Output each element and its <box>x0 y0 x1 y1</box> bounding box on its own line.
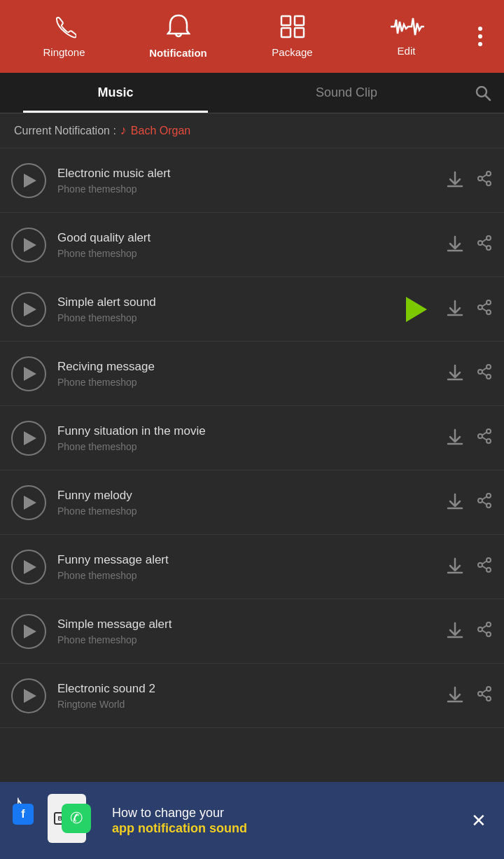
download-button[interactable] <box>445 491 465 514</box>
svg-line-9 <box>482 174 486 177</box>
song-title: Electronic music alert <box>57 167 434 181</box>
song-item: Good quality alert Phone themeshop <box>0 213 504 277</box>
svg-line-15 <box>482 244 486 246</box>
song-title: Electronic sound 2 <box>57 682 434 696</box>
package-icon <box>280 15 305 42</box>
song-info: Funny melody Phone themeshop <box>46 489 445 517</box>
svg-point-31 <box>486 494 491 498</box>
ad-line1: How to change your <box>112 805 455 821</box>
tab-soundclip[interactable]: Sound Clip <box>231 73 462 113</box>
song-item: Reciving message Phone themeshop <box>0 342 504 406</box>
download-button[interactable] <box>445 427 465 449</box>
download-button[interactable] <box>445 169 465 192</box>
play-button[interactable] <box>11 163 46 198</box>
download-button[interactable] <box>445 620 465 643</box>
song-actions <box>445 427 493 449</box>
share-button[interactable] <box>476 557 493 578</box>
share-button[interactable] <box>476 428 493 449</box>
tab-music[interactable]: Music <box>0 73 231 113</box>
download-button[interactable] <box>445 363 465 385</box>
svg-line-34 <box>482 496 486 499</box>
notification-name: Bach Organ <box>131 125 190 137</box>
svg-line-24 <box>482 368 486 370</box>
phone-icon <box>52 15 76 42</box>
nav-label-ringtone: Ringtone <box>43 46 85 58</box>
download-button[interactable] <box>445 298 465 321</box>
play-button[interactable] <box>11 614 46 649</box>
svg-point-48 <box>486 697 491 701</box>
song-item: Simple message alert Phone themeshop <box>0 599 504 664</box>
share-button[interactable] <box>476 621 493 642</box>
play-button[interactable] <box>11 421 46 456</box>
song-actions <box>445 298 493 321</box>
svg-point-43 <box>486 632 491 636</box>
svg-line-20 <box>482 308 486 311</box>
song-info: Good quality alert Phone themeshop <box>46 231 445 259</box>
svg-line-19 <box>482 303 486 306</box>
song-title: Simple alert sound <box>57 295 434 309</box>
song-info: Simple alert sound Phone themeshop <box>46 295 445 323</box>
svg-point-27 <box>478 434 482 438</box>
nav-item-edit[interactable]: Edit <box>349 0 463 73</box>
svg-line-14 <box>482 239 486 242</box>
bell-icon <box>167 14 190 43</box>
song-author: Phone themeshop <box>57 377 434 388</box>
svg-line-25 <box>482 372 486 375</box>
nav-item-package[interactable]: Package <box>235 0 349 73</box>
svg-point-41 <box>486 622 491 627</box>
play-button[interactable] <box>11 485 46 520</box>
share-button[interactable] <box>476 685 493 706</box>
svg-line-45 <box>482 630 486 633</box>
three-dots-icon <box>478 27 482 46</box>
download-button[interactable] <box>445 556 465 578</box>
svg-point-6 <box>486 172 491 176</box>
song-author: Ringtone World <box>57 699 434 710</box>
song-actions <box>445 234 493 256</box>
nav-item-notification[interactable]: Notification <box>121 0 235 73</box>
download-button[interactable] <box>445 234 465 256</box>
song-list: Electronic music alert Phone themeshop <box>0 148 504 728</box>
tab-bar: Music Sound Clip <box>0 73 504 113</box>
svg-point-11 <box>486 236 491 240</box>
notification-prefix: Current Notification : <box>14 125 116 137</box>
song-author: Phone themeshop <box>57 570 434 581</box>
download-button[interactable] <box>445 685 465 707</box>
svg-point-23 <box>486 375 491 379</box>
share-button[interactable] <box>476 235 493 256</box>
play-button[interactable] <box>11 292 46 327</box>
song-author: Phone themeshop <box>57 505 434 517</box>
ad-close-button[interactable]: ✕ <box>465 806 493 834</box>
play-button[interactable] <box>11 550 46 585</box>
play-button[interactable] <box>11 356 46 391</box>
svg-point-36 <box>486 558 491 562</box>
top-navigation: Ringtone Notification Package <box>0 0 504 73</box>
svg-point-12 <box>478 241 482 245</box>
waveform-icon <box>389 16 424 41</box>
nav-item-ringtone[interactable]: Ringtone <box>7 0 121 73</box>
song-item: Electronic sound 2 Ringtone World <box>0 664 504 728</box>
song-item: Funny melody Phone themeshop <box>0 470 504 535</box>
search-button[interactable] <box>462 85 504 102</box>
share-button[interactable] <box>476 363 493 384</box>
song-title: Funny situation in the movie <box>57 424 434 438</box>
svg-point-22 <box>478 370 482 374</box>
play-button[interactable] <box>11 228 46 263</box>
svg-point-46 <box>486 687 491 691</box>
svg-point-42 <box>478 627 482 631</box>
more-menu-button[interactable] <box>463 0 497 73</box>
svg-line-50 <box>482 694 486 697</box>
svg-point-32 <box>478 498 482 503</box>
share-button[interactable] <box>476 170 493 191</box>
song-title: Good quality alert <box>57 231 434 245</box>
svg-point-28 <box>486 439 491 443</box>
svg-point-37 <box>478 563 482 567</box>
share-button[interactable] <box>476 299 493 320</box>
svg-point-17 <box>478 305 482 309</box>
song-actions <box>445 363 493 385</box>
share-button[interactable] <box>476 492 493 513</box>
ad-whatsapp-graphic: ✆ <box>62 804 91 833</box>
play-button[interactable] <box>11 678 46 713</box>
song-author: Phone themeshop <box>57 183 434 195</box>
download-arrow-indicator <box>406 297 427 322</box>
current-notification-bar: Current Notification : ♪ Bach Organ <box>0 113 504 148</box>
